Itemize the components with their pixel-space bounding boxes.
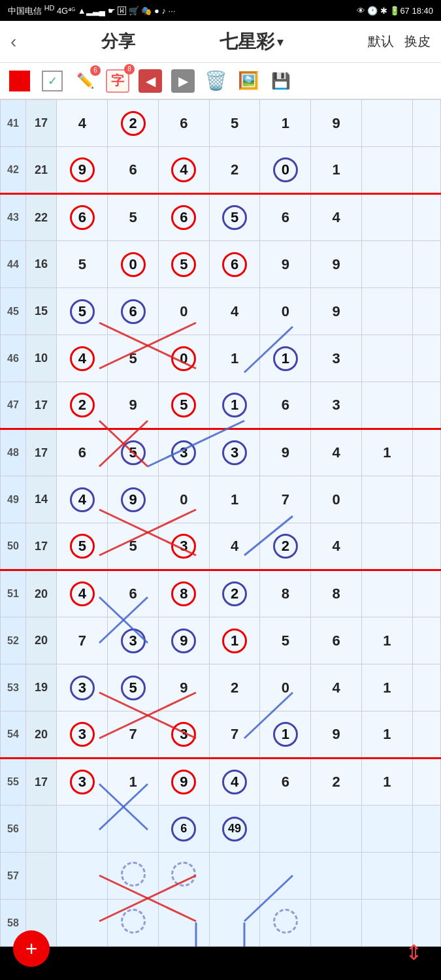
circled-num: 49	[222, 817, 247, 841]
circled-num: 5	[171, 252, 196, 277]
table-row: 52 20 7 3 9 1 5 6 1	[1, 617, 441, 664]
circled-num: 4	[70, 487, 95, 512]
circled-num: 9	[171, 770, 196, 794]
circled-num: 3	[171, 722, 196, 747]
lottery-table-area: 41 17 4 2 6 5 1 9 42 21 9 6 4 2 0 1 43 2…	[0, 99, 441, 947]
circled-num: 5	[121, 676, 146, 700]
circled-num	[171, 862, 196, 887]
circled-num: 2	[70, 393, 95, 417]
table-row: 51 20 4 6 8 2 8 8	[1, 570, 441, 617]
table-row: 47 17 2 9 5 1 6 3	[1, 382, 441, 429]
arrow-left-tool[interactable]: ◀	[136, 67, 165, 95]
circled-num: 6	[121, 299, 146, 324]
photo-tool[interactable]: 🖼️	[234, 67, 263, 95]
circled-num: 9	[121, 487, 146, 512]
circled-num: 0	[273, 157, 298, 182]
circled-num: 1	[273, 722, 298, 747]
top-nav: ‹ 分享 七星彩 ▾ 默认 换皮	[0, 21, 441, 63]
pencil-tool[interactable]: ✏️ 6	[71, 67, 99, 95]
circled-num: 2	[222, 581, 247, 606]
circled-num: 4	[222, 770, 247, 794]
share-button[interactable]: 分享	[101, 30, 135, 53]
table-row: 48 17 6 5 3 3 9 4 1	[1, 429, 441, 476]
circled-num: 3	[171, 534, 196, 559]
check-icon: ✓	[42, 71, 63, 91]
circled-num: 3	[222, 440, 247, 465]
skin-button[interactable]: 换皮	[404, 33, 431, 50]
app-title: 七星彩	[220, 29, 274, 54]
circled-num	[121, 909, 146, 934]
carrier-signal: 中国电信 HD 4G⁴ᴳ ▲▂▃▄ ☛ 🅆 🛒 🎭 ● ♪ ···	[8, 4, 175, 17]
circled-num: 1	[222, 393, 247, 417]
circled-num: 4	[70, 581, 95, 606]
scroll-fab-button[interactable]: ⇕	[399, 938, 428, 967]
circled-num	[121, 862, 146, 887]
zi-badge: 8	[124, 64, 135, 74]
circled-num: 3	[70, 770, 95, 794]
red-square-tool[interactable]	[5, 67, 34, 95]
arrow-left-icon: ◀	[139, 69, 162, 93]
status-bar: 中国电信 HD 4G⁴ᴳ ▲▂▃▄ ☛ 🅆 🛒 🎭 ● ♪ ··· 👁 🕐 ✱ …	[0, 0, 441, 21]
circled-num: 6	[171, 817, 196, 841]
table-row: 56 6 49	[1, 806, 441, 853]
circled-num: 5	[121, 440, 146, 465]
toolbar: ✓ ✏️ 6 字 8 ◀ ▶ 🗑️ 🖼️ 💾	[0, 63, 441, 99]
circled-num: 0	[121, 252, 146, 277]
table-row: 42 21 9 6 4 2 0 1	[1, 147, 441, 194]
circled-num: 6	[70, 205, 95, 230]
circled-num: 3	[171, 440, 196, 465]
time-battery: 👁 🕐 ✱ 🔋67 18:40	[357, 6, 433, 16]
table-row: 43 22 6 5 6 5 6 4	[1, 194, 441, 241]
dropdown-icon[interactable]: ▾	[277, 34, 284, 50]
circled-num: 9	[171, 629, 196, 653]
circled-num: 5	[70, 299, 95, 324]
circled-num: 5	[171, 393, 196, 417]
circled-num: 1	[273, 346, 298, 371]
pencil-icon: ✏️	[76, 73, 94, 90]
table-row: 46 10 4 5 0 1 1 3	[1, 335, 441, 382]
circled-num: 4	[171, 157, 196, 182]
red-square-icon	[9, 71, 30, 91]
table-row: 50 17 5 5 3 4 2 4	[1, 523, 441, 570]
table-row: 49 14 4 9 0 1 7 0	[1, 476, 441, 523]
back-button[interactable]: ‹	[10, 31, 16, 52]
arrow-right-icon: ▶	[171, 69, 195, 93]
add-fab-button[interactable]: +	[13, 930, 50, 967]
circled-num: 6	[171, 205, 196, 230]
circled-num: 9	[70, 157, 95, 182]
table-row: 53 19 3 5 9 2 0 4 1	[1, 664, 441, 711]
save-tool[interactable]: 💾	[267, 67, 295, 95]
circled-num: 3	[121, 629, 146, 653]
photo-icon: 🖼️	[238, 71, 259, 91]
circled-num: 5	[70, 534, 95, 559]
circled-num: 2	[121, 111, 146, 136]
trash-icon: 🗑️	[204, 70, 227, 91]
circled-num: 4	[70, 346, 95, 371]
check-tool[interactable]: ✓	[38, 67, 67, 95]
default-button[interactable]: 默认	[368, 33, 394, 50]
circled-num: 1	[222, 629, 247, 653]
circled-num	[273, 909, 298, 934]
circled-num: 2	[273, 534, 298, 559]
table-row: 58	[1, 900, 441, 947]
table-row: 45 15 5 6 0 4 0 9	[1, 288, 441, 335]
trash-tool[interactable]: 🗑️	[201, 67, 230, 95]
save-icon: 💾	[271, 72, 291, 90]
circled-num: 8	[171, 581, 196, 606]
pencil-badge: 6	[90, 65, 101, 76]
table-row: 57	[1, 853, 441, 900]
circled-num: 3	[70, 722, 95, 747]
circled-num: 5	[222, 205, 247, 230]
circled-num: 3	[70, 676, 95, 700]
circled-num: 0	[171, 346, 196, 371]
lottery-table: 41 17 4 2 6 5 1 9 42 21 9 6 4 2 0 1 43 2…	[0, 99, 441, 947]
table-row: 55 17 3 1 9 4 6 2 1	[1, 759, 441, 806]
table-row: 54 20 3 7 3 7 1 9 1	[1, 711, 441, 759]
arrow-right-tool[interactable]: ▶	[169, 67, 197, 95]
circled-num: 6	[222, 252, 247, 277]
table-row: 41 17 4 2 6 5 1 9	[1, 100, 441, 147]
table-row: 44 16 5 0 5 6 9 9	[1, 241, 441, 288]
zi-tool[interactable]: 字 8	[103, 67, 132, 95]
